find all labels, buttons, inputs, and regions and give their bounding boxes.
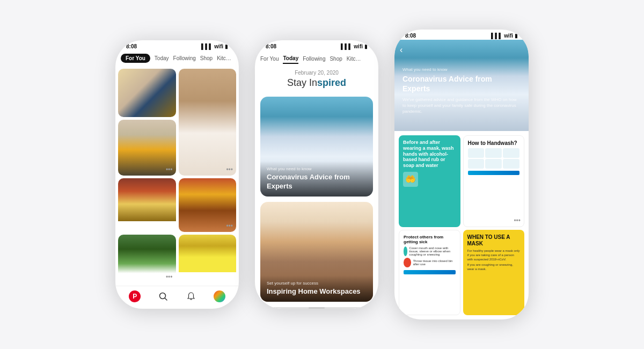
step-3	[503, 148, 519, 158]
today-title: Stay Inspired	[260, 77, 373, 89]
article-eyebrow: What you need to know	[402, 67, 521, 72]
story-overlay-2: Set yourself up for success Inspiring Ho…	[260, 275, 373, 302]
scroll-dot	[309, 307, 325, 309]
search-icon[interactable]	[157, 290, 169, 302]
mask-card-title: Before and after wearing a mask, wash ha…	[403, 140, 456, 169]
signal-icon-3: ▌▌▌	[491, 33, 502, 39]
info-card-protect[interactable]: Protect others from getting sick Cover m…	[399, 230, 460, 315]
pin-dots-2[interactable]: •••	[166, 166, 173, 173]
battery-icon-3: ▮	[515, 33, 518, 39]
protect-content: Protect others from getting sick Cover m…	[399, 230, 460, 315]
tab-following-2[interactable]: Following	[303, 54, 325, 63]
when-mask-content: WHEN TO USE A MASK For healthy people we…	[463, 230, 525, 315]
handwash-grid	[468, 148, 520, 169]
back-button[interactable]: ‹	[400, 45, 402, 55]
time-2: 8:08	[266, 43, 276, 49]
tab-for-you-1[interactable]: For You	[121, 54, 150, 63]
card1-subtitle: What you need to know	[267, 166, 367, 171]
notch-3	[445, 30, 478, 37]
wifi-icon-2: wifi	[354, 43, 363, 49]
tab-for-you-2[interactable]: For You	[260, 54, 279, 63]
time-3: 8:08	[405, 33, 416, 39]
pin-person[interactable]: •••	[118, 120, 176, 176]
pin-dots-4[interactable]: •••	[166, 273, 173, 281]
pin-tacos[interactable]: •••	[179, 178, 237, 232]
signal-icon: ▌▌▌	[201, 43, 213, 49]
status-icons-1: ▌▌▌ wifi ▮	[201, 43, 228, 49]
card2-subtitle: Set yourself up for success	[267, 281, 367, 286]
pin-plant[interactable]: •••	[118, 235, 176, 283]
phone-1: 8:08 ▌▌▌ wifi ▮ For You Today Following …	[115, 40, 239, 309]
today-header: February 20, 2020 Stay Inspired	[260, 67, 373, 91]
handwash-content: How to Handwash?	[464, 136, 524, 227]
wifi-icon: wifi	[214, 43, 223, 49]
tab-shop-1[interactable]: Shop	[200, 54, 213, 63]
avatar-icon[interactable]	[214, 290, 225, 302]
notch-2	[301, 40, 333, 48]
status-icons-3: ▌▌▌ wifi ▮	[491, 33, 518, 39]
pin-woman[interactable]: •••	[179, 69, 237, 176]
step-2	[485, 148, 502, 158]
article-description: We've gathered advice and guidance from …	[402, 97, 521, 115]
pin-sofa[interactable]	[118, 69, 176, 117]
story-card-workspace[interactable]: Set yourself up for success Inspiring Ho…	[260, 202, 373, 302]
pin-dots-3[interactable]: •••	[226, 222, 233, 230]
nav-tabs-1: For You Today Following Shop Kitc…	[115, 50, 239, 66]
svg-line-1	[165, 299, 167, 301]
article-hero: ‹ What you need to know Coronavirus Advi…	[394, 40, 529, 131]
story-overlay-1: What you need to know Coronavirus Advice…	[260, 161, 373, 197]
article-title: Coronavirus Advice from Experts	[402, 74, 521, 93]
when-mask-title: WHEN TO USE A MASK	[467, 234, 521, 247]
story-card-coronavirus[interactable]: What you need to know Coronavirus Advice…	[260, 97, 373, 197]
pinterest-logo[interactable]: P	[129, 290, 141, 302]
article-body: Before and after wearing a mask, wash ha…	[394, 131, 529, 319]
nav-tabs-2: For You Today Following Shop Kitc…	[255, 50, 378, 67]
time-1: 8:08	[126, 43, 137, 49]
today-title-bold: spired	[317, 77, 346, 88]
tab-kitc-2[interactable]: Kitc…	[347, 54, 361, 63]
who-logo-2	[404, 270, 456, 274]
battery-icon-2: ▮	[364, 43, 368, 49]
step-6	[503, 159, 519, 169]
card2-title: Inspiring Home Workspaces	[267, 287, 367, 296]
pin-lemon[interactable]	[179, 235, 237, 283]
tab-shop-2[interactable]: Shop	[330, 54, 342, 63]
battery-icon: ▮	[225, 43, 228, 49]
status-icons-2: ▌▌▌ wifi ▮	[341, 43, 368, 49]
pin-dots[interactable]: •••	[226, 166, 233, 173]
info-card-when-mask[interactable]: WHEN TO USE A MASK For healthy people we…	[463, 230, 525, 315]
phone-2: 8:08 ▌▌▌ wifi ▮ For You Today Following …	[255, 40, 378, 309]
notch-1	[161, 40, 193, 48]
handwash-more[interactable]: •••	[514, 217, 521, 224]
bell-icon[interactable]	[185, 290, 197, 302]
pin-grid: ••• ••• ••• •••	[115, 66, 239, 286]
today-date: February 20, 2020	[260, 70, 373, 76]
wifi-icon-3: wifi	[504, 33, 513, 39]
tab-following-1[interactable]: Following	[173, 54, 196, 63]
step-1	[468, 148, 485, 158]
step-5	[485, 159, 502, 169]
protect-title: Protect others from getting sick	[404, 235, 456, 244]
signal-icon-2: ▌▌▌	[341, 43, 352, 49]
phone-3: 8:08 ▌▌▌ wifi ▮ ‹ What you need to know …	[394, 30, 529, 319]
tab-today-2[interactable]: Today	[283, 54, 298, 64]
who-logo	[468, 171, 520, 175]
article-content: ‹ What you need to know Coronavirus Advi…	[394, 40, 529, 319]
pin-food1[interactable]	[118, 178, 176, 232]
info-card-mask-wash[interactable]: Before and after wearing a mask, wash ha…	[399, 135, 460, 227]
tab-kitc-1[interactable]: Kitc…	[217, 54, 231, 63]
svg-point-0	[159, 293, 165, 299]
info-card-mask-content: Before and after wearing a mask, wash ha…	[399, 135, 460, 227]
handwash-title: How to Handwash?	[468, 140, 520, 146]
today-content: February 20, 2020 Stay Inspired What you…	[255, 67, 378, 307]
scroll-indicator-2	[255, 307, 378, 309]
tab-today-1[interactable]: Today	[155, 54, 169, 63]
bottom-nav-1: P	[115, 286, 239, 309]
info-card-handwash[interactable]: How to Handwash? •••	[463, 135, 525, 227]
card1-title: Coronavirus Advice from Experts	[267, 173, 367, 191]
step-4	[468, 159, 485, 169]
hero-overlay: ‹ What you need to know Coronavirus Advi…	[394, 40, 529, 131]
